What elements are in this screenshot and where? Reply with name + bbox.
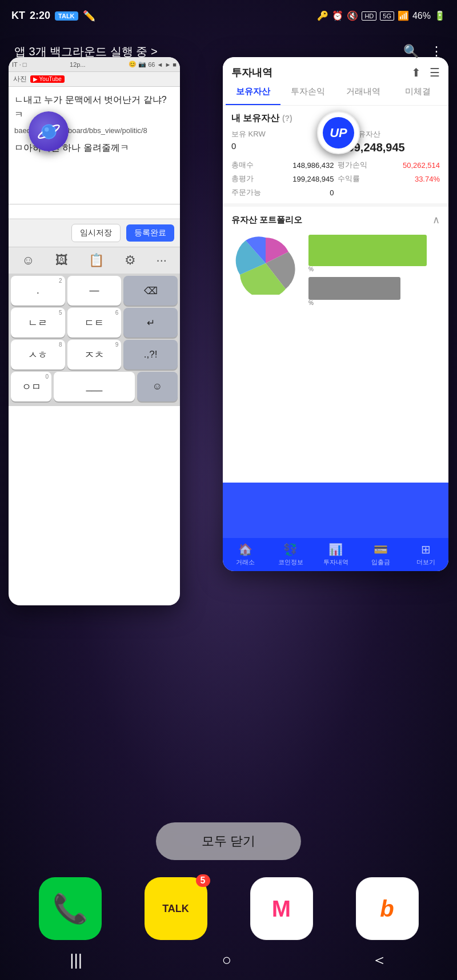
key-label: . [37, 285, 39, 296]
investment-label: 투자내역 [323, 558, 348, 567]
pnl-label: 평가손익 [338, 160, 367, 170]
dock-m-app[interactable]: M [250, 877, 313, 940]
coin-icon: 💱 [283, 543, 298, 556]
krw-value: 0 [231, 141, 330, 151]
keyboard-toolbar: ☺ 🖼 📋 ⚙ ··· [9, 247, 180, 274]
status-bar: KT 2:20 TALK ✏️ 🔑 ⏰ 🔇 HD 5G 📶 46% 🔋 [0, 0, 457, 31]
signal-icon: 📶 [398, 10, 409, 21]
left-app-icon[interactable] [29, 111, 69, 151]
krw-label: 보유 KRW [231, 129, 330, 139]
battery-label: 46% [412, 11, 431, 21]
dock-phone-app[interactable]: 📞 [39, 877, 102, 940]
portfolio-title-row: 유자산 포트폴리오 ∧ [231, 214, 440, 226]
key-punctuation[interactable]: .,?! [123, 340, 178, 369]
key-label: ㄴㄹ [28, 316, 47, 330]
cursor-area[interactable] [9, 207, 180, 219]
carrier-label: KT [11, 10, 25, 22]
deposit-label: 입출금 [371, 558, 390, 567]
key-label: ㅅㅎ [28, 348, 47, 362]
talk-label: TALK [162, 903, 189, 915]
exchange-icon: 🏠 [238, 543, 252, 556]
tab-row: 보유자산 투자손익 거래내역 미체결 [223, 79, 448, 106]
key-enter[interactable]: ↵ [123, 308, 178, 338]
close-all-button[interactable]: 모두 닫기 [156, 822, 301, 860]
buy-stat: 총매수 148,986,432 [231, 160, 334, 170]
dock-kakao-app[interactable]: 5 TALK [145, 877, 207, 940]
bar-chart-container: % % [308, 235, 440, 306]
key-num: 6 [115, 310, 119, 316]
settings-toolbar-icon[interactable]: ⚙ [125, 253, 136, 268]
keyboard-row-4: 0 ㅇㅁ ___ ☺ [11, 372, 178, 401]
pie-chart-container [231, 232, 300, 297]
photo-label: 사진 [13, 74, 27, 84]
bar-label-gray: % [308, 300, 440, 306]
more-label: 더보기 [416, 558, 435, 567]
nav-coin-info[interactable]: 💱 코인정보 [268, 543, 313, 567]
keyboard-row-3: 8 ㅅㅎ 9 ㅈㅊ .,?! [11, 340, 178, 369]
key-label: — [90, 285, 99, 296]
talk-icon: TALK [55, 11, 78, 21]
key-label: ㅈㅊ [85, 348, 104, 362]
rate-label: 수익률 [338, 174, 360, 184]
tab-pending[interactable]: 미체결 [391, 79, 446, 105]
status-left: KT 2:20 TALK ✏️ [11, 10, 95, 22]
5g-icon: 5G [380, 11, 394, 21]
key-digeut-tieut[interactable]: 6 ㄷㅌ [67, 308, 122, 338]
eval-stat: 총평가 199,248,945 [231, 174, 334, 184]
key-ieung-mieum[interactable]: 0 ㅇㅁ [11, 372, 51, 401]
image-toolbar-icon[interactable]: 🖼 [55, 253, 68, 268]
register-button[interactable]: 등록완료 [126, 224, 174, 242]
planet-svg [36, 119, 62, 144]
tab-pnl[interactable]: 투자손익 [280, 79, 335, 105]
back-button[interactable]: ＜ [371, 949, 387, 971]
nav-investment[interactable]: 📊 투자내역 [313, 543, 358, 567]
temp-save-button[interactable]: 임시저장 [71, 224, 121, 242]
emoticon-toolbar-icon[interactable]: ☺ [22, 253, 34, 268]
svg-point-2 [42, 125, 55, 138]
key-dash[interactable]: — [67, 276, 122, 306]
bar-green [308, 235, 427, 266]
top-bar: 앱 3개 백그라운드 실행 중 > 🔍 ⋮ [0, 31, 457, 71]
recent-apps-button[interactable]: ||| [70, 951, 82, 969]
key-jieut-chieut[interactable]: 9 ㅈㅊ [67, 340, 122, 369]
dock-b-app[interactable]: b [356, 877, 419, 940]
key-num: 5 [59, 310, 62, 316]
right-app-icon[interactable]: UP [317, 111, 360, 154]
key-emoji[interactable]: ☺ [137, 372, 178, 401]
key-siot-hieut[interactable]: 8 ㅅㅎ [11, 340, 65, 369]
key-num: 8 [59, 342, 62, 348]
button-toolbar: 임시저장 등록완료 [9, 219, 180, 247]
nav-exchange[interactable]: 🏠 거래소 [223, 543, 268, 567]
bar-row-green: % [308, 235, 440, 272]
krw-section: 보유 KRW 0 [231, 129, 330, 154]
nav-deposit[interactable]: 💳 입출금 [358, 543, 403, 567]
bottom-dock: 📞 5 TALK M b [0, 877, 457, 940]
search-icon[interactable]: 🔍 [403, 44, 419, 59]
pencil-icon: ✏️ [83, 10, 95, 22]
portfolio-section: 유자산 포트폴리오 ∧ [223, 203, 448, 313]
investment-icon: 📊 [328, 543, 343, 556]
more-options-icon[interactable]: ⋮ [430, 44, 443, 59]
lock-icon: 🔑 [317, 10, 328, 21]
key-nieun-rieul[interactable]: 5 ㄴㄹ [11, 308, 65, 338]
clipboard-toolbar-icon[interactable]: 📋 [89, 253, 104, 268]
blue-area [223, 483, 448, 540]
key-period[interactable]: 2 . [11, 276, 65, 306]
more-toolbar-icon[interactable]: ··· [157, 253, 167, 268]
kakao-badge: 5 [196, 874, 210, 887]
background-apps-title[interactable]: 앱 3개 백그라운드 실행 중 > [14, 44, 158, 59]
order-stat: 주문가능 0 [231, 187, 334, 198]
collapse-icon[interactable]: ∧ [432, 214, 440, 226]
tab-holdings[interactable]: 보유자산 [226, 79, 280, 105]
home-button[interactable]: ○ [222, 951, 231, 969]
key-space[interactable]: ___ [54, 372, 135, 401]
key-num: 9 [115, 342, 119, 348]
coin-label: 코인정보 [278, 558, 303, 567]
nav-more[interactable]: ⊞ 더보기 [403, 543, 448, 567]
battery-icon: 🔋 [434, 10, 446, 21]
tab-history[interactable]: 거래내역 [336, 79, 391, 105]
keyboard-row-2: 5 ㄴㄹ 6 ㄷㅌ ↵ [11, 308, 178, 338]
key-backspace[interactable]: ⌫ [123, 276, 178, 306]
pie-chart [231, 232, 300, 295]
pnl-value: 50,262,514 [403, 161, 440, 170]
